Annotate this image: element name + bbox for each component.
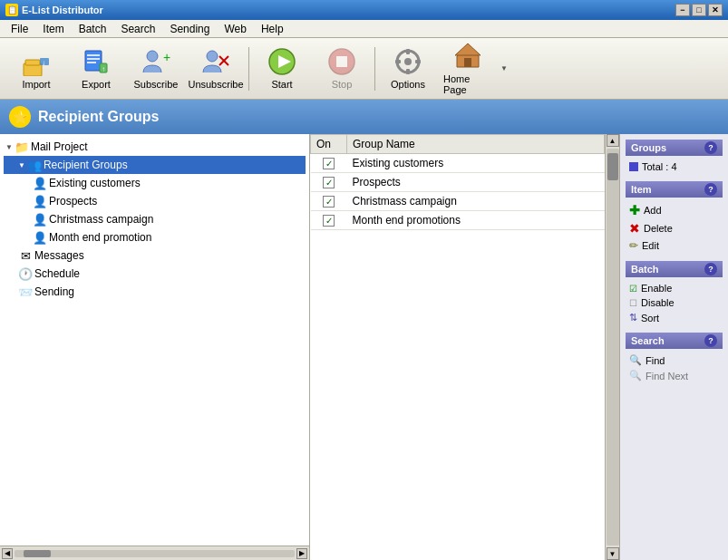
section-search-help[interactable]: ? [704, 334, 717, 347]
subscribe-icon: + [141, 47, 170, 76]
vscroll-up[interactable]: ▲ [607, 134, 619, 147]
svg-rect-4 [85, 51, 102, 71]
tree-item-mail-project[interactable]: ▼ 📁 Mail Project [4, 138, 306, 156]
grid-cell-check-4[interactable]: ✓ [311, 211, 347, 230]
grid-cell-check-3[interactable]: ✓ [311, 192, 347, 211]
vscroll-down[interactable]: ▼ [607, 547, 619, 560]
svg-rect-23 [395, 60, 401, 63]
action-find-next-label: Find Next [645, 371, 688, 381]
section-batch-help[interactable]: ? [704, 263, 717, 275]
delete-icon: ✖ [629, 221, 640, 236]
section-batch-header: Batch ? [626, 261, 723, 277]
hscroll-track[interactable] [15, 550, 295, 557]
action-enable[interactable]: ☑ Enable [626, 281, 723, 295]
svg-rect-21 [406, 49, 410, 54]
tree-item-recipient-groups[interactable]: ▼ 👥 Recipient Groups [4, 156, 306, 174]
options-label: Options [391, 79, 425, 90]
start-button[interactable]: Start [253, 43, 311, 95]
tree-item-prospects[interactable]: 👤 Prospects [4, 192, 306, 210]
tree-item-messages[interactable]: ✉ Messages [4, 246, 306, 265]
svg-rect-5 [87, 54, 100, 56]
page-title: Recipient Groups [38, 109, 159, 125]
action-disable[interactable]: ☐ Disable [626, 295, 723, 310]
action-delete-label: Delete [644, 223, 673, 234]
toolbar-sep-1 [248, 47, 249, 91]
tree-item-month-end[interactable]: 👤 Month end promotion [4, 228, 306, 246]
toolbar: ↓ Import ↑ Export + Subscribe [0, 38, 728, 100]
start-label: Start [271, 79, 292, 90]
tree-label-messages: Messages [34, 249, 84, 262]
grid-cell-check-2[interactable]: ✓ [311, 173, 347, 192]
grid-cell-check-1[interactable]: ✓ [311, 154, 347, 173]
checkbox-2[interactable]: ✓ [323, 177, 335, 188]
header-icon: ⭐ [9, 106, 31, 128]
grid-vscroll[interactable]: ▲ ▼ [605, 134, 619, 560]
tree-item-sending[interactable]: 📨 Sending [4, 283, 306, 301]
section-item: Item ? ✚ Add ✖ Delete ✏ Edit [626, 181, 723, 254]
disable-icon: ☐ [629, 298, 637, 308]
vscroll-thumb[interactable] [607, 153, 618, 180]
app-icon: 📋 [5, 4, 18, 16]
vscroll-track[interactable] [607, 149, 619, 546]
menu-file[interactable]: File [4, 21, 35, 37]
section-item-help[interactable]: ? [704, 183, 717, 196]
table-row[interactable]: ✓ Month end promotions [311, 211, 605, 230]
tree-item-existing-customers[interactable]: 👤 Existing customers [4, 174, 306, 192]
export-icon: ↑ [82, 47, 111, 76]
stop-button[interactable]: Stop [313, 43, 371, 95]
menu-search[interactable]: Search [113, 21, 162, 37]
menu-sending[interactable]: Sending [162, 21, 217, 37]
tree-scroll[interactable]: ▼ 📁 Mail Project ▼ 👥 Recipient Groups 👤 … [0, 134, 309, 546]
tree-item-christmass-campaign[interactable]: 👤 Christmass campaign [4, 210, 306, 228]
svg-rect-22 [406, 69, 410, 74]
section-groups-help[interactable]: ? [704, 141, 717, 154]
checkbox-3[interactable]: ✓ [323, 196, 335, 208]
checkbox-4[interactable]: ✓ [323, 215, 335, 227]
tree-label-schedule: Schedule [34, 267, 80, 280]
dropdown-arrow[interactable]: ▼ [500, 64, 508, 72]
homepage-button[interactable]: Home Page [439, 43, 497, 95]
menu-web[interactable]: Web [217, 21, 253, 37]
hscroll-thumb[interactable] [24, 550, 51, 557]
svg-rect-26 [464, 58, 471, 67]
tree-item-schedule[interactable]: 🕐 Schedule [4, 265, 306, 283]
action-find[interactable]: 🔍 Find [626, 352, 723, 368]
svg-point-12 [207, 51, 218, 62]
menu-bar: File Item Batch Search Sending Web Help [0, 20, 728, 38]
hscroll-left[interactable]: ◀ [2, 548, 13, 559]
action-add[interactable]: ✚ Add [626, 201, 723, 219]
close-button[interactable]: ✕ [708, 4, 723, 16]
action-find-next[interactable]: 🔍 Find Next [626, 368, 723, 383]
menu-item[interactable]: Item [35, 21, 71, 37]
grid-cell-name-4: Month end promotions [347, 211, 605, 230]
restore-button[interactable]: □ [692, 4, 706, 16]
table-row[interactable]: ✓ Existing customers [311, 154, 605, 173]
svg-text:+: + [163, 50, 170, 64]
unsubscribe-button[interactable]: Unsubscribe [187, 43, 245, 95]
import-label: Import [22, 79, 50, 90]
action-sort[interactable]: ⇅ Sort [626, 310, 723, 325]
section-search-header: Search ? [626, 333, 723, 349]
svg-text:↑: ↑ [102, 65, 105, 73]
checkbox-1[interactable]: ✓ [323, 158, 335, 169]
title-bar: 📋 E-List Distributor − □ ✕ [0, 0, 728, 20]
action-edit[interactable]: ✏ Edit [626, 237, 723, 254]
export-button[interactable]: ↑ Export [67, 43, 125, 95]
options-button[interactable]: Options [379, 43, 437, 95]
table-row[interactable]: ✓ Christmass campaign [311, 192, 605, 211]
export-label: Export [82, 79, 111, 90]
action-add-label: Add [644, 205, 662, 216]
tree-hscroll[interactable]: ◀ ▶ [0, 546, 309, 560]
subscribe-button[interactable]: + Subscribe [127, 43, 185, 95]
menu-help[interactable]: Help [254, 21, 291, 37]
minimize-button[interactable]: − [675, 4, 690, 16]
action-delete[interactable]: ✖ Delete [626, 219, 723, 237]
grid-col-on: On [311, 135, 347, 154]
groups-total: Total : 4 [626, 159, 723, 174]
hscroll-right[interactable]: ▶ [296, 548, 307, 559]
import-button[interactable]: ↓ Import [7, 43, 65, 95]
grid-panel: ▲ ▼ On Group Name [310, 134, 619, 560]
menu-batch[interactable]: Batch [72, 21, 114, 37]
title-left: 📋 E-List Distributor [5, 4, 103, 16]
table-row[interactable]: ✓ Prospects [311, 173, 605, 192]
